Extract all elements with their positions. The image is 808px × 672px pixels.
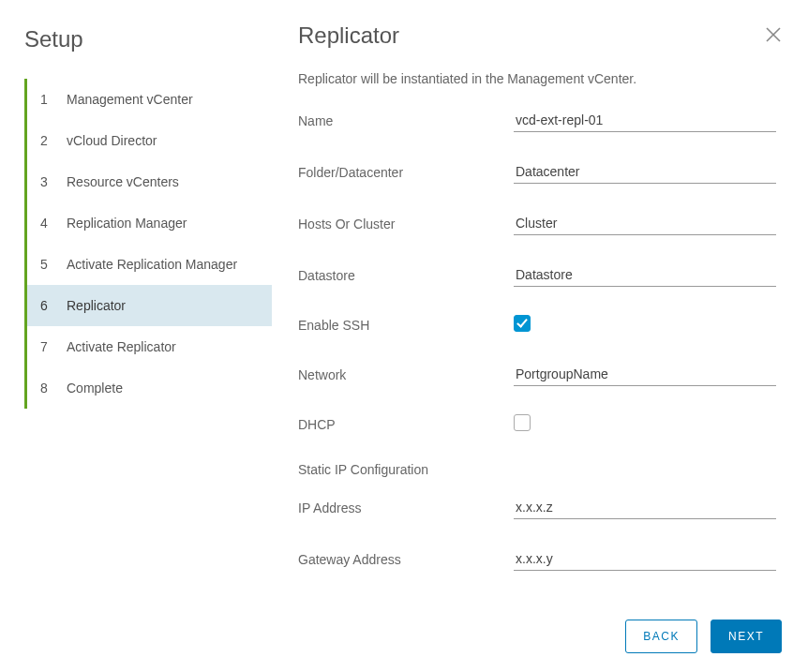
- label-enable-ssh: Enable SSH: [298, 318, 514, 333]
- step-vcloud-director[interactable]: 2 vCloud Director: [27, 120, 272, 161]
- label-network: Network: [298, 367, 514, 382]
- step-complete[interactable]: 8 Complete: [27, 367, 272, 409]
- next-button[interactable]: NEXT: [711, 620, 782, 653]
- step-replicator[interactable]: 6 Replicator: [27, 285, 272, 326]
- row-network: Network: [298, 363, 776, 386]
- label-gateway: Gateway Address: [298, 552, 514, 567]
- step-resource-vcenters[interactable]: 3 Resource vCenters: [27, 161, 272, 202]
- input-datastore[interactable]: [514, 263, 776, 287]
- step-label: Complete: [67, 381, 123, 396]
- form-scroll-area[interactable]: Replicator will be instantiated in the M…: [272, 58, 802, 605]
- row-hosts: Hosts Or Cluster: [298, 212, 776, 235]
- sidebar-title: Setup: [24, 26, 272, 52]
- row-enable-ssh: Enable SSH: [298, 315, 776, 335]
- step-num: 5: [40, 257, 57, 272]
- input-name[interactable]: [514, 109, 776, 132]
- row-folder: Folder/Datacenter: [298, 160, 776, 184]
- step-management-vcenter[interactable]: 1 Management vCenter: [27, 79, 272, 120]
- back-button[interactable]: BACK: [625, 620, 697, 653]
- step-label: Resource vCenters: [67, 174, 179, 189]
- main-header: Replicator: [272, 0, 808, 58]
- step-num: 4: [40, 216, 57, 231]
- input-network[interactable]: [514, 363, 776, 386]
- main-panel: Replicator Replicator will be instantiat…: [272, 0, 808, 672]
- static-ip-section: Static IP Configuration: [298, 462, 776, 477]
- step-activate-replicator[interactable]: 7 Activate Replicator: [27, 326, 272, 367]
- setup-sidebar: Setup 1 Management vCenter 2 vCloud Dire…: [0, 0, 272, 672]
- input-gateway[interactable]: [514, 547, 776, 571]
- input-hosts[interactable]: [514, 212, 776, 235]
- label-dhcp: DHCP: [298, 417, 514, 432]
- row-ip-address: IP Address: [298, 496, 776, 519]
- intro-text: Replicator will be instantiated in the M…: [298, 71, 776, 86]
- step-num: 6: [40, 298, 57, 313]
- row-dhcp: DHCP: [298, 414, 776, 434]
- step-num: 2: [40, 133, 57, 148]
- row-name: Name: [298, 109, 776, 132]
- input-folder[interactable]: [514, 160, 776, 184]
- step-num: 8: [40, 381, 57, 396]
- close-icon[interactable]: [765, 26, 782, 46]
- label-hosts: Hosts Or Cluster: [298, 217, 514, 231]
- label-folder: Folder/Datacenter: [298, 165, 514, 180]
- row-gateway: Gateway Address: [298, 547, 776, 571]
- checkbox-dhcp[interactable]: [514, 414, 531, 431]
- step-label: Replication Manager: [67, 216, 187, 231]
- step-activate-replication-manager[interactable]: 5 Activate Replication Manager: [27, 244, 272, 285]
- step-list: 1 Management vCenter 2 vCloud Director 3…: [24, 79, 272, 409]
- row-datastore: Datastore: [298, 263, 776, 287]
- input-ip-address[interactable]: [514, 496, 776, 519]
- step-label: Replicator: [67, 298, 126, 313]
- step-label: Activate Replication Manager: [67, 257, 237, 272]
- step-label: Activate Replicator: [67, 339, 176, 354]
- step-num: 3: [40, 174, 57, 189]
- label-name: Name: [298, 113, 514, 128]
- label-ip-address: IP Address: [298, 500, 514, 515]
- wizard-footer: BACK NEXT: [272, 605, 808, 672]
- label-datastore: Datastore: [298, 268, 514, 283]
- page-title: Replicator: [298, 22, 399, 49]
- step-replication-manager[interactable]: 4 Replication Manager: [27, 202, 272, 244]
- step-num: 7: [40, 339, 57, 354]
- step-label: Management vCenter: [67, 92, 193, 107]
- checkbox-enable-ssh[interactable]: [514, 315, 531, 332]
- step-num: 1: [40, 92, 57, 107]
- step-label: vCloud Director: [67, 133, 157, 148]
